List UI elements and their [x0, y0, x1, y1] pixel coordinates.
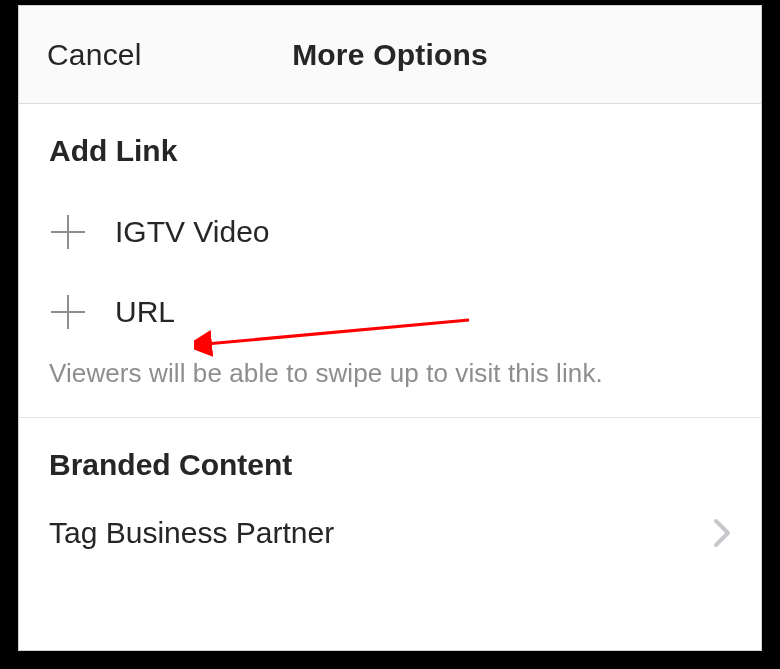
add-url-label: URL: [115, 295, 175, 329]
add-link-helper-text: Viewers will be able to swipe up to visi…: [49, 358, 731, 389]
plus-icon: [49, 293, 87, 331]
tag-business-partner-row[interactable]: Tag Business Partner: [49, 516, 731, 550]
add-igtv-video-row[interactable]: IGTV Video: [49, 198, 731, 266]
add-igtv-label: IGTV Video: [115, 215, 270, 249]
chevron-right-icon: [713, 518, 731, 548]
plus-icon: [49, 213, 87, 251]
add-url-row[interactable]: URL: [49, 278, 731, 346]
page-title: More Options: [292, 38, 488, 72]
branded-content-heading: Branded Content: [49, 448, 731, 482]
branded-content-section: Branded Content Tag Business Partner: [19, 418, 761, 550]
add-link-section: Add Link IGTV Video URL Viewers will be …: [19, 104, 761, 418]
tag-business-partner-label: Tag Business Partner: [49, 516, 334, 550]
more-options-screen: Cancel More Options Add Link IGTV Video …: [18, 5, 762, 651]
add-link-heading: Add Link: [49, 134, 731, 168]
cancel-button[interactable]: Cancel: [47, 38, 142, 72]
header-bar: Cancel More Options: [19, 6, 761, 104]
